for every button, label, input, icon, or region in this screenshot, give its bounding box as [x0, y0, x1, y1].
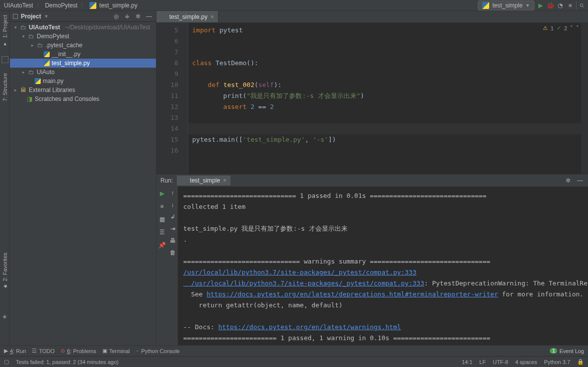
run-coverage-button[interactable]: ◔ — [556, 1, 564, 9]
run-config-select[interactable]: test_simple ▼ — [478, 0, 534, 10]
console-link[interactable]: /usr/local/lib/python3.7/site-packages/_… — [183, 279, 424, 287]
folder-icon: 🗀 — [28, 69, 35, 76]
console-line: test_simple.py 我是只有加了参数:-s 才会显示出来 — [183, 225, 348, 232]
folder-icon: 🗀 — [28, 33, 35, 40]
project-panel: Project ▼ ◎ ≑ ✲ — ▾ 🗀 UIAutoTest ~/Deskt… — [10, 11, 156, 345]
favorites-tool-tab[interactable]: ★2: Favorites — [1, 253, 8, 289]
crumb-file[interactable]: test_simple.py — [99, 2, 138, 9]
folder-icon: 🗀 — [37, 42, 44, 49]
hide-panel-icon[interactable]: — — [145, 12, 153, 20]
layout-settings-button[interactable]: ☰ — [158, 228, 166, 236]
console-link[interactable]: https://docs.pytest.org/en/latest/warnin… — [218, 323, 401, 331]
tree-file-init[interactable]: __init__.py — [10, 50, 156, 59]
settings-icon[interactable]: ✲ — [134, 12, 142, 20]
line-numbers: 5678910111213141516 — [156, 23, 182, 174]
structure-tool-tab[interactable]: 7: Structure — [2, 73, 8, 101]
select-opened-file-icon[interactable]: ◎ — [112, 12, 120, 20]
status-tests: Tests failed: 1, passed: 2 (34 minutes a… — [16, 359, 119, 365]
console-line: collected 1 item — [183, 203, 245, 210]
tree-root[interactable]: ▾ 🗀 UIAutoTest ~/Desktop/download/UIAuto… — [10, 23, 156, 32]
event-log-button[interactable]: 1Event Log — [550, 348, 584, 354]
dropdown-arrow-icon[interactable]: ▼ — [44, 14, 49, 19]
search-button[interactable] — [576, 1, 584, 9]
editor-tabs: test_simple.py × — [156, 11, 588, 23]
tree-folder-uiauto[interactable]: ▸🗀UiAuto — [10, 68, 156, 77]
folder-icon: 🗀 — [20, 24, 27, 31]
project-tree[interactable]: ▾ 🗀 UIAutoTest ~/Desktop/download/UIAuto… — [10, 22, 156, 345]
tree-scratches[interactable]: ◨Scratches and Consoles — [10, 94, 156, 103]
file-encoding[interactable]: UTF-8 — [493, 359, 508, 365]
run-button[interactable]: ▶ — [536, 1, 544, 9]
tree-external-libraries[interactable]: ▸🏛External Libraries — [10, 86, 156, 94]
run-tab-label: test_simple — [190, 177, 220, 184]
clear-button[interactable]: 🗑 — [170, 249, 176, 256]
terminal-tooltab[interactable]: ▣Terminal — [102, 348, 130, 354]
interpreter-info[interactable]: Python 3.7 — [544, 359, 570, 365]
run-tooltab[interactable]: ▶44: Run: Run — [4, 348, 26, 354]
console-link[interactable]: https://docs.pytest.org/en/latest/deprec… — [207, 290, 498, 298]
python-file-icon — [482, 2, 489, 9]
editor-area: test_simple.py × 5678910111213141516 imp… — [156, 11, 588, 345]
hide-panel-icon[interactable]: — — [576, 177, 584, 184]
lock-icon[interactable]: 🔒 — [577, 359, 584, 365]
up-stack-button[interactable]: ↑ — [171, 189, 174, 196]
scratches-icon: ◨ — [26, 95, 33, 102]
stop-button[interactable]: ■ — [566, 1, 574, 9]
todo-tooltab[interactable]: ☲TODO — [32, 348, 55, 354]
collapse-all-icon[interactable]: ≑ — [123, 12, 131, 20]
chevron-right-icon: 〉 — [36, 1, 42, 9]
console-link[interactable]: /usr/local/lib/python3.7/site-packages/_… — [183, 269, 417, 276]
left-tool-strip: ▸1: Project 7: Structure ★2: Favorites ★ — [0, 11, 10, 345]
tree-file-main[interactable]: main.py — [10, 77, 156, 86]
bottom-tool-tabs: ▶44: Run: Run ☲TODO ⊘6: Problems ▣Termin… — [0, 345, 588, 356]
crumb-folder[interactable]: DemoPytest — [45, 2, 77, 9]
run-side-toolbar: ▶ ■ ▦ ☰ 📌 — [156, 186, 167, 345]
down-stack-button[interactable]: ↓ — [171, 201, 174, 208]
python-file-icon — [44, 51, 50, 57]
star-icon[interactable]: ★ — [2, 313, 7, 320]
project-tool-tab[interactable]: ▸1: Project — [1, 15, 8, 46]
pin-button[interactable]: 📌 — [158, 241, 166, 249]
tree-folder-demopytest[interactable]: ▾🗀DemoPytest — [10, 32, 156, 41]
problems-tooltab[interactable]: ⊘6: Problems — [61, 348, 96, 354]
run-tab[interactable]: test_simple × — [177, 176, 230, 185]
libraries-icon: 🏛 — [20, 87, 27, 93]
window-icon[interactable]: ▢ — [4, 359, 9, 365]
run-config-label: test_simple — [492, 2, 522, 9]
run-tool-window: Run: test_simple × ✲ — ▶ ■ ▦ ☰ 📌 — [156, 174, 588, 345]
project-view-icon[interactable] — [13, 14, 18, 19]
editor-tab-label: test_simple.py — [169, 13, 208, 20]
tree-folder-pytest-cache[interactable]: ▸🗀.pytest_cache — [10, 41, 156, 50]
scroll-end-button[interactable]: ⇥ — [170, 225, 175, 232]
console-output[interactable]: ============================= 1 passed i… — [178, 186, 588, 345]
debug-button[interactable]: 🐞 — [546, 1, 554, 9]
layout-button[interactable]: ▦ — [158, 215, 166, 223]
breadcrumb-bar: UIAutoTest 〉 DemoPytest 〉 test_simple.py… — [0, 0, 588, 11]
close-tab-button[interactable]: × — [223, 177, 226, 184]
soft-wrap-button[interactable]: ↲ — [170, 213, 175, 220]
settings-icon[interactable]: ✲ — [564, 177, 572, 184]
event-badge: 1 — [550, 348, 558, 354]
python-file-icon — [35, 78, 41, 84]
rerun-button[interactable]: ▶ — [158, 189, 166, 197]
python-console-tooltab[interactable]: ⌁Python Console — [136, 348, 180, 354]
console-line: ============================= 1 passed i… — [183, 192, 486, 199]
python-file-icon — [181, 178, 187, 184]
python-file-icon — [44, 60, 50, 66]
indent-info[interactable]: 4 spaces — [515, 359, 537, 365]
tree-root-path: ~/Desktop/download/UIAutoTest — [65, 24, 150, 31]
close-tab-button[interactable]: × — [211, 13, 214, 20]
code-editor[interactable]: import pytest class TestDemo(): def test… — [188, 23, 588, 174]
editor-tab[interactable]: test_simple.py × — [156, 11, 219, 22]
run-console-toolbar: ↑ ↓ ↲ ⇥ 🖶 🗑 — [167, 186, 178, 345]
print-button[interactable]: 🖶 — [170, 237, 176, 244]
stop-button[interactable]: ■ — [158, 202, 166, 210]
line-separator[interactable]: LF — [479, 359, 486, 365]
fold-gutter — [182, 23, 188, 174]
project-panel-title[interactable]: Project — [21, 13, 41, 20]
svg-point-0 — [580, 3, 583, 6]
tree-root-label: UIAutoTest — [29, 24, 60, 31]
crumb-project[interactable]: UIAutoTest — [4, 2, 33, 9]
caret-position[interactable]: 14:1 — [462, 359, 472, 365]
tree-file-test-simple[interactable]: test_simple.py — [10, 59, 156, 68]
